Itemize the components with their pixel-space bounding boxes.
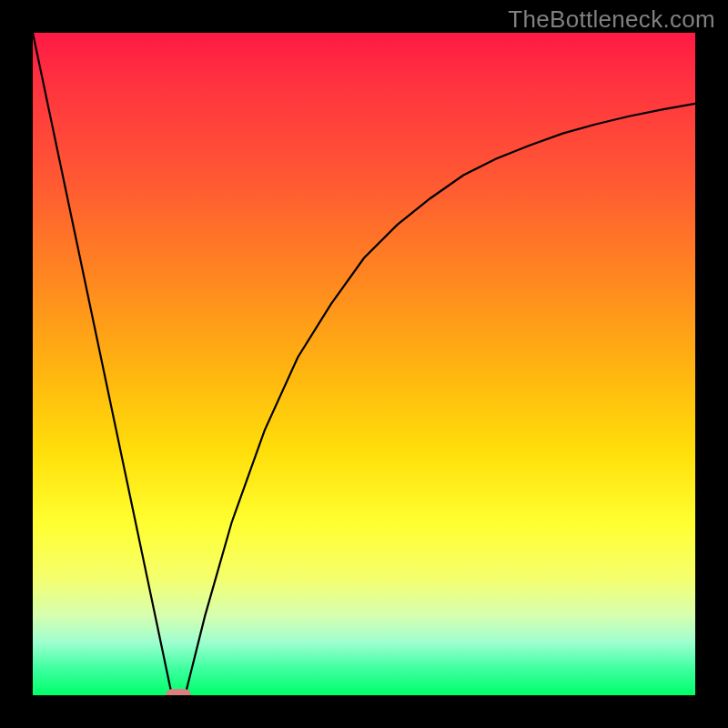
plot-area — [33, 33, 695, 695]
watermark-text: TheBottleneck.com — [508, 5, 715, 34]
curve-right-branch — [185, 104, 695, 695]
bottleneck-marker — [166, 689, 191, 695]
chart-frame: TheBottleneck.com — [0, 0, 728, 728]
curve-left-branch — [33, 33, 172, 695]
curve-svg — [33, 33, 695, 695]
